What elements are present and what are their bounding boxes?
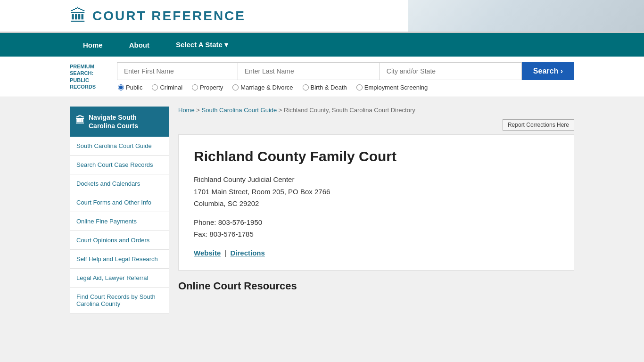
sidebar-item-search-court[interactable]: Search Court Case Records [70, 156, 169, 174]
sidebar-item-find-records[interactable]: Find Court Records by South Carolina Cou… [70, 288, 169, 313]
online-resources: Online Court Resources [178, 280, 574, 292]
search-button[interactable]: Search › [522, 62, 574, 80]
court-address: Richland County Judicial Center 1701 Mai… [194, 173, 559, 210]
sidebar-item-opinions[interactable]: Court Opinions and Orders [70, 231, 169, 250]
breadcrumb-home[interactable]: Home [178, 107, 195, 114]
court-building: Richland County Judicial Center [194, 175, 294, 183]
premium-label: PREMIUM SEARCH: PUBLIC RECORDS [70, 63, 112, 90]
sidebar-header: 🏛 Navigate South Carolina Courts [70, 107, 169, 137]
radio-employment-screening[interactable]: Employment Screening [356, 84, 428, 91]
radio-marriage-divorce[interactable]: Marriage & Divorce [232, 84, 293, 91]
main-content: 🏛 Navigate South Carolina Courts South C… [0, 107, 644, 313]
breadcrumb-current: Richland County, South Carolina Court Di… [284, 107, 415, 114]
radio-public[interactable]: Public [118, 84, 142, 91]
radio-property[interactable]: Property [192, 84, 223, 91]
sidebar-item-legal-aid[interactable]: Legal Aid, Lawyer Referral [70, 269, 169, 288]
sidebar: 🏛 Navigate South Carolina Courts South C… [70, 107, 169, 313]
report-corrections-wrap: Report Corrections Here [178, 119, 574, 131]
header-background [408, 0, 644, 32]
last-name-input[interactable] [238, 62, 380, 80]
nav-home[interactable]: Home [70, 33, 116, 57]
court-phone: Phone: 803-576-1950 [194, 218, 262, 226]
court-card: Richland County Family Court Richland Co… [178, 134, 574, 271]
court-contact: Phone: 803-576-1950 Fax: 803-576-1785 [194, 216, 559, 240]
nav-about[interactable]: About [116, 33, 163, 57]
search-fields: Search › [117, 62, 574, 80]
nav-select-state[interactable]: Select A State ▾ [163, 33, 241, 57]
city-state-input[interactable] [380, 62, 522, 80]
radio-birth-death[interactable]: Birth & Death [303, 84, 347, 91]
court-links: Website | Directions [194, 249, 559, 257]
breadcrumb-state-guide[interactable]: South Carolina Court Guide [202, 107, 277, 114]
breadcrumb: Home > South Carolina Court Guide > Rich… [178, 107, 574, 114]
court-name: Richland County Family Court [194, 148, 559, 165]
sidebar-header-text: Navigate South Carolina Courts [89, 113, 163, 130]
court-fax: Fax: 803-576-1785 [194, 230, 254, 238]
sidebar-item-fine-payments[interactable]: Online Fine Payments [70, 212, 169, 231]
court-address-line1: 1701 Main Street, Room 205, PO Box 2766 [194, 188, 330, 196]
logo-text: COURT REFERENCE [92, 8, 246, 24]
court-directions-link[interactable]: Directions [231, 249, 265, 257]
logo-icon: 🏛 [70, 6, 87, 26]
sidebar-item-dockets[interactable]: Dockets and Calendars [70, 174, 169, 193]
logo[interactable]: 🏛 COURT REFERENCE [70, 6, 246, 26]
report-corrections-button[interactable]: Report Corrections Here [503, 119, 574, 131]
header: 🏛 COURT REFERENCE [0, 0, 644, 33]
sidebar-item-sc-court-guide[interactable]: South Carolina Court Guide [70, 137, 169, 156]
sidebar-item-court-forms[interactable]: Court Forms and Other Info [70, 193, 169, 212]
radio-criminal[interactable]: Criminal [152, 84, 182, 91]
navbar: Home About Select A State ▾ [0, 33, 644, 57]
sidebar-header-icon: 🏛 [75, 114, 85, 126]
first-name-input[interactable] [117, 62, 238, 80]
content-area: Home > South Carolina Court Guide > Rich… [178, 107, 574, 313]
sidebar-item-self-help[interactable]: Self Help and Legal Research [70, 250, 169, 269]
court-website-link[interactable]: Website [194, 249, 221, 257]
search-bar: PREMIUM SEARCH: PUBLIC RECORDS Search › … [0, 57, 644, 97]
search-inputs: Search › Public Criminal Property Marria… [117, 62, 574, 91]
radio-row: Public Criminal Property Marriage & Divo… [117, 84, 574, 91]
court-address-line2: Columbia, SC 29202 [194, 199, 259, 207]
online-resources-heading: Online Court Resources [178, 280, 574, 292]
